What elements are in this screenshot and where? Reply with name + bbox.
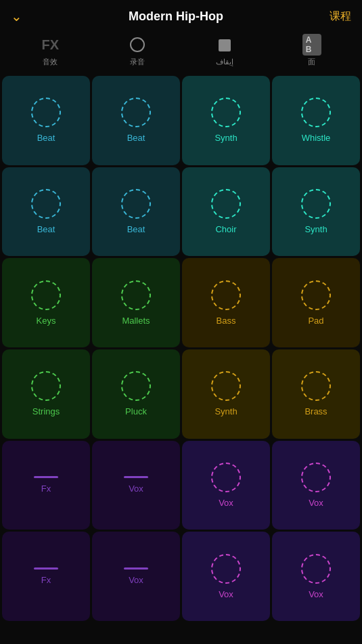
pad-circle-icon <box>211 280 241 310</box>
pad-label: Whistle <box>302 133 331 143</box>
pad-circle-icon <box>31 98 61 127</box>
pad-label: Synth <box>214 406 237 416</box>
pad-circle-icon <box>301 280 331 310</box>
pad-grid: BeatBeatSynthWhistleBeatBeatChoirSynthKe… <box>0 74 362 623</box>
pad-label: Beat <box>37 224 55 234</box>
pad-cell[interactable]: Fx <box>2 441 90 530</box>
pad-circle-icon <box>211 554 241 584</box>
pad-circle-icon <box>301 554 331 584</box>
pad-label: Vox <box>309 589 323 599</box>
ab-tool[interactable]: A B 面 <box>288 35 336 67</box>
pad-circle-icon <box>121 371 151 401</box>
course-button[interactable]: 课程 <box>330 9 351 24</box>
pad-circle-icon <box>121 280 151 310</box>
pad-cell[interactable]: Vox <box>272 441 360 530</box>
pad-label: Synth <box>304 224 327 234</box>
chevron-down-icon[interactable]: ⌄ <box>11 8 22 24</box>
pad-label: Vox <box>219 589 233 599</box>
pad-cell[interactable]: Choir <box>182 167 270 257</box>
toolbar: FX 音效 录音 إيقاف A B 面 <box>0 31 362 74</box>
pad-circle-icon <box>301 371 331 401</box>
pad-label: Beat <box>37 133 55 143</box>
fx-tool[interactable]: FX 音效 <box>26 35 74 67</box>
stop-icon <box>215 36 234 55</box>
pad-cell[interactable]: Bass <box>182 258 270 347</box>
pad-circle-icon <box>211 463 241 492</box>
pad-label: Vox <box>129 484 143 494</box>
pad-label: Pluck <box>125 406 147 416</box>
fx-icon: FX <box>41 35 60 54</box>
pad-dash-icon <box>124 567 148 570</box>
pad-cell[interactable]: Synth <box>182 76 270 165</box>
pad-circle-icon <box>31 189 61 219</box>
pad-cell[interactable]: Mallets <box>92 258 180 347</box>
pad-label: Synth <box>214 133 237 143</box>
pad-cell[interactable]: Brass <box>272 349 360 439</box>
pad-label: Vox <box>219 498 233 508</box>
pad-circle-icon <box>121 189 151 219</box>
pad-circle-icon <box>301 189 331 219</box>
pad-label: Mallets <box>122 316 150 326</box>
pad-circle-icon <box>301 98 331 127</box>
pad-circle-icon <box>31 280 61 310</box>
pad-label: Beat <box>127 224 145 234</box>
pad-cell[interactable]: Fx <box>2 532 90 621</box>
pad-label: Fx <box>41 575 51 585</box>
pad-label: Brass <box>304 406 327 416</box>
pad-cell[interactable]: Synth <box>272 167 360 257</box>
header: ⌄ Modern Hip-Hop 课程 <box>0 0 362 31</box>
pad-circle-icon <box>31 371 61 401</box>
pad-cell[interactable]: Vox <box>92 441 180 530</box>
pad-cell[interactable]: Vox <box>182 441 270 530</box>
pad-label: Beat <box>127 133 145 143</box>
stop-tool[interactable]: إيقاف <box>201 36 248 66</box>
ab-icon: A B <box>302 35 321 54</box>
pad-circle-icon <box>211 189 241 219</box>
pad-cell[interactable]: Vox <box>182 532 270 621</box>
pad-circle-icon <box>121 98 151 127</box>
record-icon <box>128 35 147 54</box>
pad-cell[interactable]: Keys <box>2 258 90 347</box>
record-label: 录音 <box>130 57 145 67</box>
pad-dash-icon <box>124 476 148 478</box>
pad-cell[interactable]: Pad <box>272 258 360 347</box>
pad-label: Strings <box>32 406 60 416</box>
pad-dash-icon <box>34 476 58 478</box>
stop-label: إيقاف <box>216 58 233 66</box>
pad-label: Vox <box>309 498 323 508</box>
pad-label: Bass <box>217 316 236 326</box>
pad-dash-icon <box>34 567 58 570</box>
pad-cell[interactable]: Vox <box>92 532 180 621</box>
record-tool[interactable]: 录音 <box>114 35 161 67</box>
pad-cell[interactable]: Vox <box>272 532 360 621</box>
page-title: Modern Hip-Hop <box>129 9 223 24</box>
pad-label: Keys <box>37 316 56 326</box>
ab-label: 面 <box>308 57 315 67</box>
pad-cell[interactable]: Beat <box>92 167 180 257</box>
pad-cell[interactable]: Beat <box>92 76 180 165</box>
pad-cell[interactable]: Beat <box>2 167 90 257</box>
pad-label: Choir <box>215 224 236 234</box>
pad-cell[interactable]: Strings <box>2 349 90 439</box>
pad-cell[interactable]: Beat <box>2 76 90 165</box>
pad-cell[interactable]: Synth <box>182 349 270 439</box>
pad-label: Fx <box>41 484 51 494</box>
pad-cell[interactable]: Pluck <box>92 349 180 439</box>
pad-cell[interactable]: Whistle <box>272 76 360 165</box>
pad-label: Pad <box>308 316 323 326</box>
pad-circle-icon <box>301 463 331 492</box>
pad-circle-icon <box>211 98 241 127</box>
pad-circle-icon <box>211 371 241 401</box>
pad-label: Vox <box>129 575 143 585</box>
fx-label: 音效 <box>43 57 58 67</box>
